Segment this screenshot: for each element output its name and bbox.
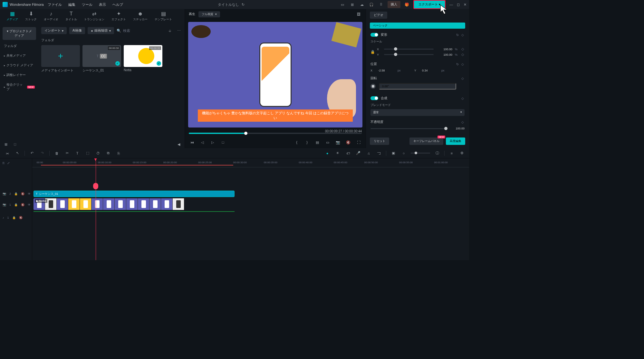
capture-icon[interactable]: 📷: [335, 139, 341, 146]
basic-tab[interactable]: ベーシック: [370, 23, 465, 29]
expand-icon[interactable]: ⤢: [7, 161, 10, 165]
display-icon[interactable]: ▭: [324, 139, 331, 146]
more-icon[interactable]: ⋯: [176, 27, 182, 34]
mute-icon[interactable]: 🔇: [21, 192, 24, 195]
advanced-edit-button[interactable]: 高度編集: [446, 137, 465, 145]
new-folder-icon[interactable]: ⊞: [3, 141, 9, 147]
tab-media[interactable]: ▦メディア: [6, 11, 18, 22]
eye-icon[interactable]: 👁: [28, 203, 31, 206]
tab-sticker[interactable]: ☻ステッカー: [133, 11, 148, 22]
sidebar-item-adjust[interactable]: 調整レイヤー: [0, 70, 39, 80]
color-icon[interactable]: ●: [324, 150, 331, 156]
expand-icon[interactable]: ⊡: [12, 141, 18, 147]
tab-audio[interactable]: ♪オーディオ: [44, 11, 58, 22]
zoom-out-icon[interactable]: ○: [400, 150, 407, 156]
search-input[interactable]: 🔍 検索: [117, 28, 164, 33]
copy-icon[interactable]: ⎘: [3, 161, 5, 165]
quality-dropdown[interactable]: フル画質 ▾: [198, 11, 220, 17]
keyframe-icon[interactable]: ◇: [461, 52, 465, 57]
tl-expand-icon[interactable]: ⫘: [4, 150, 10, 156]
timeline-tracks[interactable]: 00:00 00:00:05:00 00:00:10:00 00:00:15:0…: [32, 158, 469, 260]
cut-icon[interactable]: ✂: [64, 150, 70, 156]
fullscreen-icon[interactable]: ⛶: [355, 139, 362, 146]
track-video1-header[interactable]: 📷1🔒🔇👁: [0, 198, 32, 211]
maximize-icon[interactable]: ◻: [457, 3, 460, 7]
text-clip[interactable]: T シーケンス_01: [34, 191, 235, 197]
tab-template[interactable]: ▤テンプレート: [155, 11, 172, 22]
video-tab[interactable]: ビデオ: [370, 12, 387, 19]
mark-out-icon[interactable]: }: [304, 139, 310, 146]
compare-icon[interactable]: ▤: [314, 139, 321, 146]
align-icon[interactable]: ⫎: [376, 150, 382, 156]
timeline-ruler[interactable]: 00:00 00:00:05:00 00:00:10:00 00:00:15:0…: [32, 158, 469, 167]
rotate-dial[interactable]: [370, 84, 376, 89]
track-audio1-header[interactable]: ♪1🔒🔇: [0, 211, 32, 224]
monitor-icon[interactable]: ▭: [339, 1, 346, 8]
speed-icon[interactable]: ⏱: [95, 150, 101, 156]
play-back-icon[interactable]: ◁: [199, 139, 206, 146]
keyframe-icon[interactable]: ◇: [461, 62, 465, 66]
reset-icon[interactable]: ↻: [456, 62, 459, 66]
media-card-sequence[interactable]: T CC00:00:30✓ シーケンス_01: [82, 45, 121, 74]
text-icon[interactable]: T: [74, 150, 81, 156]
settings-icon[interactable]: ⚙: [459, 150, 465, 156]
marker-icon[interactable]: ▣: [390, 150, 397, 156]
playhead-marker-icon[interactable]: [93, 183, 98, 189]
menu-view[interactable]: 表示: [99, 2, 106, 7]
video-clip[interactable]: [34, 198, 235, 210]
sidebar-item-cloud[interactable]: クラウド メディア: [0, 61, 39, 70]
list-icon[interactable]: ≡: [448, 150, 455, 156]
export-button[interactable]: エクスポート ▾: [413, 0, 446, 9]
collapse-icon[interactable]: ◀: [176, 141, 182, 147]
reset-icon[interactable]: ↻: [456, 33, 459, 37]
redo-icon[interactable]: ↷: [39, 150, 45, 156]
crop-icon[interactable]: ⬚: [84, 150, 91, 156]
menu-tools[interactable]: ツール: [82, 2, 92, 7]
undo-icon[interactable]: ↶: [29, 150, 35, 156]
playhead[interactable]: [96, 158, 96, 260]
keyframe-icon[interactable]: ◇: [461, 97, 465, 100]
composite-toggle[interactable]: [370, 96, 378, 100]
history-icon[interactable]: ↻: [242, 3, 245, 7]
mute-icon[interactable]: 🔇: [19, 216, 23, 219]
brightness-icon[interactable]: ☀: [334, 150, 341, 156]
menu-file[interactable]: ファイル: [48, 2, 62, 7]
lock-icon[interactable]: 🔒: [12, 216, 16, 219]
lock-icon[interactable]: 🔒: [14, 203, 18, 206]
tl-cursor-icon[interactable]: ↖: [14, 150, 21, 156]
music-icon[interactable]: ♫: [365, 150, 372, 156]
lock-icon[interactable]: 🔒: [370, 50, 375, 54]
ai-image-button[interactable]: AI画像: [69, 27, 85, 34]
sidebar-item-compound[interactable]: 複合クリップNEW: [0, 80, 39, 94]
rotate-input[interactable]: [379, 83, 456, 90]
grid-icon[interactable]: ⠿: [378, 1, 384, 8]
transform-toggle[interactable]: [370, 33, 378, 37]
record-dropdown[interactable]: ● 録画/録音 ▾: [88, 27, 114, 34]
keyframe-panel-button[interactable]: キーフレームパネル: [409, 137, 443, 145]
headphones-icon[interactable]: 🎧: [368, 1, 375, 8]
opacity-slider[interactable]: [370, 128, 446, 129]
track-video2-header[interactable]: 📷2🔒🔇👁: [0, 189, 32, 198]
scale-x-slider[interactable]: [384, 49, 434, 50]
import-card[interactable]: + メディアをインポート: [41, 45, 80, 74]
gift-icon[interactable]: 🎁: [404, 1, 410, 8]
snapshot-icon[interactable]: 🖼: [355, 11, 362, 17]
opacity-value[interactable]: 100.00: [448, 127, 465, 130]
tag-icon[interactable]: 🏷: [345, 150, 351, 156]
mic-icon[interactable]: 🎤: [355, 150, 361, 156]
menu-help[interactable]: ヘルプ: [112, 2, 123, 7]
zoom-in-icon[interactable]: ⓘ: [434, 150, 440, 156]
play-icon[interactable]: ▷: [209, 139, 216, 146]
pos-y-input[interactable]: [422, 69, 438, 72]
keyframe-icon[interactable]: ◇: [461, 33, 465, 37]
cloud-icon[interactable]: ☁: [359, 1, 365, 8]
blend-mode-select[interactable]: 通常▾: [370, 109, 465, 116]
preview-video[interactable]: 機能がちゃくちゃ 豊かな無料版の文字起こし アプリ なんですね 今回 はこの録音…: [188, 22, 362, 128]
group-icon[interactable]: ⧉: [105, 150, 111, 156]
preview-scrubber[interactable]: 00:00:09:27 / 00:00:30:44: [189, 130, 362, 137]
sidebar-item-shared[interactable]: 共有メディア: [0, 51, 39, 61]
media-card-notta[interactable]: 00:00:30✓ Notta: [124, 45, 162, 74]
tab-effect[interactable]: ✦エフェクト: [111, 11, 126, 22]
keyframe-icon[interactable]: ◇: [461, 120, 465, 124]
tab-title[interactable]: Tタイトル: [65, 11, 77, 22]
